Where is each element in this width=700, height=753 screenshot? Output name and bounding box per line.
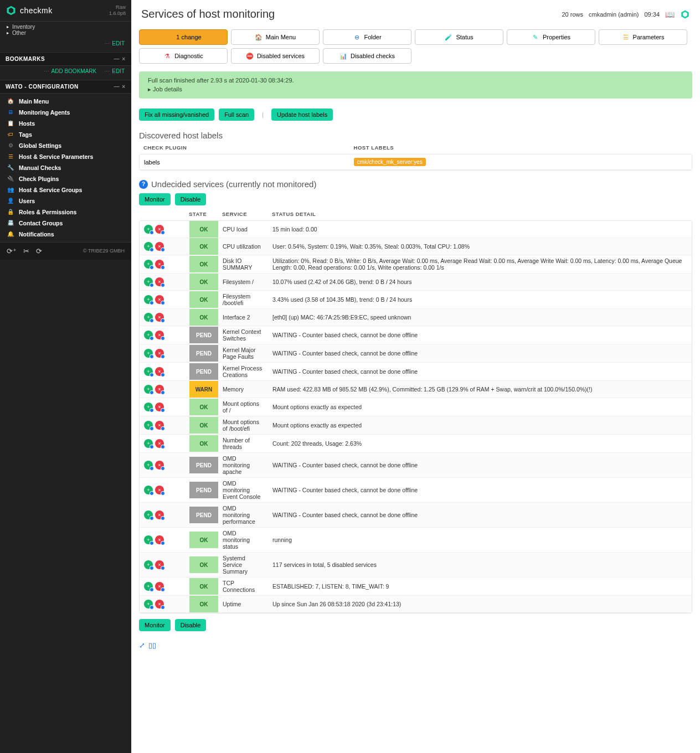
service-name[interactable]: OMD monitoring performance: [218, 503, 268, 528]
add-service-icon[interactable]: +: [144, 225, 153, 234]
remove-service-icon[interactable]: ×: [155, 486, 164, 494]
remove-service-icon[interactable]: ×: [155, 277, 164, 286]
sidebar-item-inventory[interactable]: ▸Inventory: [7, 24, 125, 30]
add-service-icon[interactable]: +: [144, 510, 153, 519]
add-service-icon[interactable]: +: [144, 403, 153, 411]
service-name[interactable]: OMD monitoring Event Console: [218, 478, 268, 503]
remove-service-icon[interactable]: ×: [155, 421, 164, 430]
service-name[interactable]: Mount options of /boot/efi: [218, 416, 268, 435]
wato-item-host-service-parameters[interactable]: ☰Host & Service Parameters: [0, 151, 131, 162]
service-name[interactable]: OMD monitoring apache: [218, 453, 268, 478]
remove-service-icon[interactable]: ×: [155, 385, 164, 394]
wato-item-users[interactable]: 👤Users: [0, 195, 131, 207]
wato-item-check-plugins[interactable]: 🔌Check Plugins: [0, 173, 131, 184]
brand-logo[interactable]: checkmk: [6, 5, 53, 16]
columns-icon[interactable]: ▯▯: [148, 641, 156, 649]
remove-service-icon[interactable]: ×: [155, 582, 164, 591]
remove-service-icon[interactable]: ×: [155, 331, 164, 339]
service-name[interactable]: Uptime: [218, 596, 268, 613]
service-name[interactable]: Interface 2: [218, 309, 268, 326]
snapin-controls[interactable]: — ×: [114, 84, 126, 90]
edit-link[interactable]: EDIT: [112, 40, 125, 47]
add-service-icon[interactable]: +: [144, 560, 153, 569]
wato-item-main-menu[interactable]: 🏠Main Menu: [0, 96, 131, 107]
add-service-icon[interactable]: +: [144, 582, 153, 591]
changes-button[interactable]: ⚠1 change: [139, 29, 228, 45]
wato-item-notifications[interactable]: 🔔Notifications: [0, 229, 131, 240]
add-service-icon[interactable]: +: [144, 535, 153, 544]
remove-service-icon[interactable]: ×: [155, 510, 164, 519]
wato-item-manual-checks[interactable]: 🔧Manual Checks: [0, 162, 131, 173]
remove-service-icon[interactable]: ×: [155, 260, 164, 269]
add-service-icon[interactable]: +: [144, 349, 153, 358]
folder-button[interactable]: ⊖Folder: [323, 29, 411, 45]
disable-button[interactable]: Disable: [175, 193, 207, 205]
parameters-button[interactable]: ☰Parameters: [599, 29, 687, 45]
book-icon[interactable]: 📖: [665, 10, 675, 19]
service-name[interactable]: TCP Connections: [218, 577, 268, 596]
add-service-icon[interactable]: +: [144, 242, 153, 251]
user-label[interactable]: cmkadmin (admin): [589, 11, 639, 18]
add-service-icon[interactable]: +: [144, 277, 153, 286]
service-name[interactable]: Kernel Process Creations: [218, 363, 268, 381]
remove-service-icon[interactable]: ×: [155, 295, 164, 304]
remove-service-icon[interactable]: ×: [155, 600, 164, 608]
disable-button-bottom[interactable]: Disable: [175, 619, 207, 631]
properties-button[interactable]: ✎Properties: [507, 29, 595, 45]
fullscreen-icon[interactable]: ⤢: [139, 641, 145, 649]
wato-item-tags[interactable]: 🏷Tags: [0, 129, 131, 140]
remove-service-icon[interactable]: ×: [155, 313, 164, 322]
scissors-icon[interactable]: ✂: [23, 247, 29, 255]
remove-service-icon[interactable]: ×: [155, 439, 164, 448]
service-name[interactable]: Kernel Context Switches: [218, 326, 268, 344]
service-name[interactable]: Kernel Major Page Faults: [218, 344, 268, 363]
wato-item-contact-groups[interactable]: 📇Contact Groups: [0, 218, 131, 229]
job-details-toggle[interactable]: ▸ Job details: [148, 86, 683, 93]
remove-service-icon[interactable]: ×: [155, 349, 164, 358]
add-service-icon[interactable]: +: [144, 486, 153, 494]
service-name[interactable]: Mount options of /: [218, 398, 268, 416]
service-name[interactable]: Number of threads: [218, 435, 268, 453]
update-labels-button[interactable]: Update host labels: [271, 109, 333, 121]
wato-item-hosts[interactable]: 📋Hosts: [0, 118, 131, 129]
add-service-icon[interactable]: +: [144, 295, 153, 304]
service-name[interactable]: Filesystem /: [218, 274, 268, 291]
add-service-icon[interactable]: +: [144, 600, 153, 608]
full-scan-button[interactable]: Full scan: [219, 109, 254, 121]
add-service-icon[interactable]: +: [144, 260, 153, 269]
add-service-icon[interactable]: +: [144, 313, 153, 322]
add-service-icon[interactable]: +: [144, 461, 153, 470]
add-bookmark-link[interactable]: ADD BOOKMARK: [52, 68, 97, 74]
status-button[interactable]: 🧪Status: [415, 29, 503, 45]
service-name[interactable]: CPU utilization: [218, 238, 268, 255]
add-service-icon[interactable]: +: [144, 385, 153, 394]
remove-service-icon[interactable]: ×: [155, 403, 164, 411]
wato-item-host-service-groups[interactable]: 👥Host & Service Groups: [0, 184, 131, 195]
service-name[interactable]: Memory: [218, 381, 268, 398]
diagnostic-button[interactable]: ⚗Diagnostic: [139, 48, 228, 64]
service-name[interactable]: Systemd Service Summary: [218, 553, 268, 577]
remove-service-icon[interactable]: ×: [155, 242, 164, 251]
remove-service-icon[interactable]: ×: [155, 225, 164, 234]
service-name[interactable]: OMD monitoring status: [218, 528, 268, 553]
disabled-services-button[interactable]: ⛔Disabled services: [231, 48, 320, 64]
add-service-icon[interactable]: +: [144, 439, 153, 448]
service-name[interactable]: Filesystem /boot/efi: [218, 291, 268, 309]
remove-service-icon[interactable]: ×: [155, 461, 164, 470]
monitor-button-bottom[interactable]: Monitor: [139, 619, 171, 631]
add-snapin-icon[interactable]: ⟳⁺: [7, 247, 17, 255]
fix-all-button[interactable]: Fix all missing/vanished: [139, 109, 214, 121]
sidebar-item-other[interactable]: ▸Other: [7, 30, 125, 36]
host-label-chip[interactable]: cmk/check_mk_server:yes: [354, 158, 426, 166]
monitor-button[interactable]: Monitor: [139, 193, 171, 205]
service-name[interactable]: Disk IO SUMMARY: [218, 255, 268, 274]
wato-item-global-settings[interactable]: ⚙Global Settings: [0, 140, 131, 151]
main-button[interactable]: 🏠Main Menu: [231, 29, 320, 45]
snapin-controls[interactable]: — ×: [114, 56, 126, 62]
add-service-icon[interactable]: +: [144, 331, 153, 339]
add-service-icon[interactable]: +: [144, 421, 153, 430]
remove-service-icon[interactable]: ×: [155, 367, 164, 376]
add-service-icon[interactable]: +: [144, 367, 153, 376]
disabled-checks-button[interactable]: 📊Disabled checks: [323, 48, 411, 64]
remove-service-icon[interactable]: ×: [155, 535, 164, 544]
